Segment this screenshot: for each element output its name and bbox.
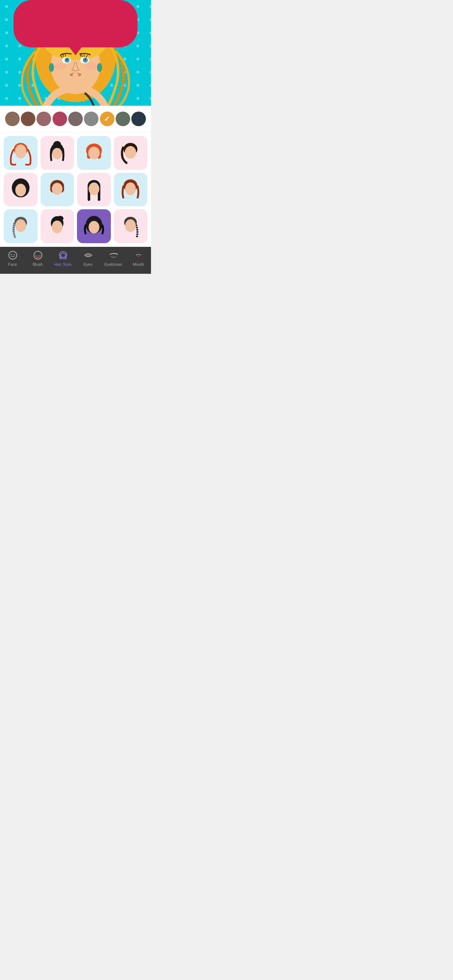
mouth-icon — [133, 250, 144, 261]
bottom-navigation: Face Blush Hair Style Eyes Eyebrows Mout… — [0, 247, 151, 274]
svg-point-37 — [125, 183, 136, 196]
svg-point-47 — [125, 219, 136, 232]
svg-point-24 — [88, 146, 100, 159]
svg-point-10 — [84, 59, 85, 59]
color-swatch-4[interactable] — [53, 111, 67, 126]
svg-point-28 — [15, 184, 26, 197]
hero-section — [0, 0, 151, 106]
color-swatch-1[interactable] — [5, 111, 20, 126]
nav-item-eyebrows[interactable]: Eyebrows — [100, 250, 126, 267]
svg-point-7 — [66, 59, 68, 60]
svg-point-19 — [53, 141, 61, 147]
svg-point-31 — [52, 183, 62, 195]
hairstyle-option-12[interactable] — [114, 209, 148, 243]
blush-icon — [32, 250, 43, 261]
nav-item-hairstyle[interactable]: Hair Style — [50, 250, 75, 267]
eyebrows-icon — [108, 250, 119, 261]
svg-point-9 — [66, 59, 67, 59]
hairstyle-icon — [57, 250, 69, 261]
main-container: Face Blush Hair Style Eyes Eyebrows Mout… — [0, 0, 151, 274]
nav-label-eyebrows: Eyebrows — [104, 262, 122, 267]
eyes-icon — [83, 250, 94, 261]
hairstyle-grid — [0, 132, 151, 247]
hairstyle-option-5[interactable] — [4, 173, 38, 207]
svg-point-11 — [49, 63, 54, 72]
color-swatch-7[interactable] — [100, 111, 115, 126]
svg-point-52 — [35, 255, 38, 257]
hairstyle-option-7[interactable] — [77, 173, 111, 207]
color-swatch-5[interactable] — [68, 111, 83, 126]
hairstyle-option-8[interactable] — [114, 173, 148, 207]
nav-label-blush: Blush — [33, 262, 43, 267]
svg-point-49 — [11, 254, 12, 255]
hairstyle-option-11[interactable] — [77, 209, 111, 243]
svg-point-39 — [15, 219, 26, 232]
nav-item-mouth[interactable]: Mouth — [126, 250, 151, 267]
hairstyle-option-3[interactable] — [77, 136, 111, 170]
nav-label-face: Face — [8, 262, 17, 267]
hairstyle-option-2[interactable] — [40, 136, 74, 170]
svg-point-55 — [61, 253, 65, 259]
nav-label-eyes: Eyes — [83, 262, 92, 267]
svg-point-48 — [9, 251, 17, 259]
svg-point-45 — [89, 221, 99, 234]
nav-item-face[interactable]: Face — [0, 250, 25, 267]
svg-point-51 — [34, 251, 42, 259]
color-swatch-2[interactable] — [21, 111, 35, 126]
svg-point-57 — [88, 255, 89, 256]
svg-point-13 — [54, 63, 66, 70]
hairstyle-option-9[interactable] — [4, 209, 38, 243]
color-swatch-9[interactable] — [131, 111, 146, 126]
svg-rect-15 — [73, 73, 78, 89]
nav-item-eyes[interactable]: Eyes — [75, 250, 100, 267]
svg-point-53 — [38, 255, 41, 257]
hairstyle-option-6[interactable] — [40, 173, 74, 207]
face-icon — [7, 250, 18, 261]
svg-point-50 — [13, 254, 14, 255]
svg-point-8 — [84, 59, 86, 60]
svg-point-35 — [89, 183, 99, 196]
nav-label-mouth: Mouth — [133, 262, 144, 267]
svg-point-14 — [85, 63, 97, 70]
hairstyle-option-4[interactable] — [114, 136, 148, 170]
color-swatch-8[interactable] — [116, 111, 130, 126]
svg-point-43 — [52, 221, 62, 233]
nav-item-blush[interactable]: Blush — [25, 250, 50, 267]
nav-label-hairstyle: Hair Style — [54, 262, 72, 267]
color-swatch-3[interactable] — [37, 111, 51, 126]
svg-point-26 — [125, 146, 136, 159]
svg-point-42 — [59, 216, 63, 220]
svg-point-12 — [97, 63, 102, 72]
svg-point-17 — [15, 145, 26, 158]
color-palette — [0, 106, 151, 132]
color-swatch-6[interactable] — [84, 111, 99, 126]
hairstyle-option-10[interactable] — [40, 209, 74, 243]
hero-title — [68, 17, 83, 30]
hairstyle-option-1[interactable] — [4, 136, 38, 170]
speech-bubble — [13, 0, 137, 48]
svg-point-20 — [52, 148, 62, 159]
